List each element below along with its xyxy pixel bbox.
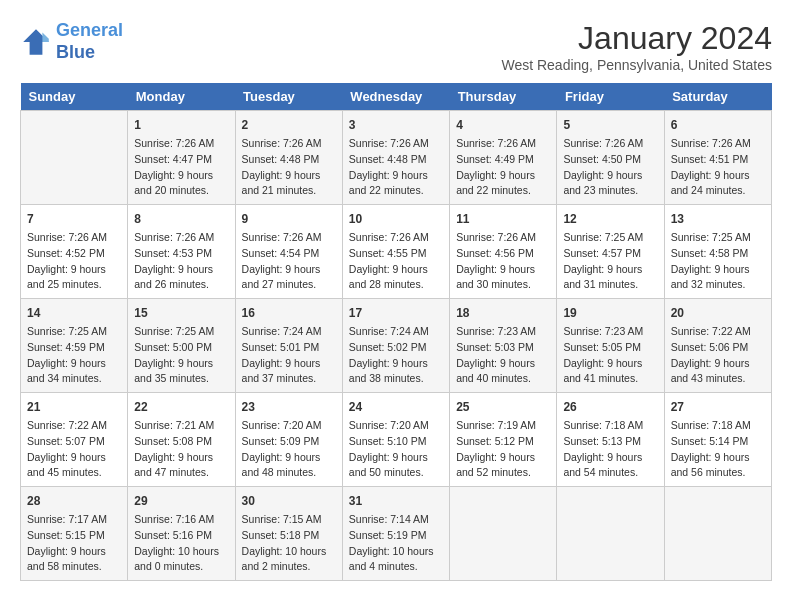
calendar-cell: 29Sunrise: 7:16 AM Sunset: 5:16 PM Dayli… [128, 487, 235, 581]
day-info: Sunrise: 7:20 AM Sunset: 5:10 PM Dayligh… [349, 418, 443, 481]
calendar-cell: 24Sunrise: 7:20 AM Sunset: 5:10 PM Dayli… [342, 393, 449, 487]
day-info: Sunrise: 7:26 AM Sunset: 4:49 PM Dayligh… [456, 136, 550, 199]
calendar-week-row: 28Sunrise: 7:17 AM Sunset: 5:15 PM Dayli… [21, 487, 772, 581]
day-info: Sunrise: 7:26 AM Sunset: 4:47 PM Dayligh… [134, 136, 228, 199]
calendar-cell: 19Sunrise: 7:23 AM Sunset: 5:05 PM Dayli… [557, 299, 664, 393]
page-subtitle: West Reading, Pennsylvania, United State… [501, 57, 772, 73]
header-day-sunday: Sunday [21, 83, 128, 111]
calendar-cell: 23Sunrise: 7:20 AM Sunset: 5:09 PM Dayli… [235, 393, 342, 487]
day-info: Sunrise: 7:19 AM Sunset: 5:12 PM Dayligh… [456, 418, 550, 481]
day-info: Sunrise: 7:25 AM Sunset: 4:58 PM Dayligh… [671, 230, 765, 293]
day-number: 21 [27, 398, 121, 416]
calendar-week-row: 1Sunrise: 7:26 AM Sunset: 4:47 PM Daylig… [21, 111, 772, 205]
day-number: 16 [242, 304, 336, 322]
day-number: 4 [456, 116, 550, 134]
calendar-table: SundayMondayTuesdayWednesdayThursdayFrid… [20, 83, 772, 581]
day-number: 22 [134, 398, 228, 416]
calendar-cell: 15Sunrise: 7:25 AM Sunset: 5:00 PM Dayli… [128, 299, 235, 393]
calendar-cell: 17Sunrise: 7:24 AM Sunset: 5:02 PM Dayli… [342, 299, 449, 393]
calendar-cell: 6Sunrise: 7:26 AM Sunset: 4:51 PM Daylig… [664, 111, 771, 205]
day-number: 10 [349, 210, 443, 228]
day-number: 19 [563, 304, 657, 322]
day-info: Sunrise: 7:18 AM Sunset: 5:13 PM Dayligh… [563, 418, 657, 481]
calendar-cell: 21Sunrise: 7:22 AM Sunset: 5:07 PM Dayli… [21, 393, 128, 487]
day-number: 12 [563, 210, 657, 228]
day-info: Sunrise: 7:26 AM Sunset: 4:55 PM Dayligh… [349, 230, 443, 293]
day-number: 7 [27, 210, 121, 228]
header-day-friday: Friday [557, 83, 664, 111]
day-number: 6 [671, 116, 765, 134]
calendar-cell [664, 487, 771, 581]
header-day-monday: Monday [128, 83, 235, 111]
day-info: Sunrise: 7:26 AM Sunset: 4:51 PM Dayligh… [671, 136, 765, 199]
calendar-cell: 26Sunrise: 7:18 AM Sunset: 5:13 PM Dayli… [557, 393, 664, 487]
day-number: 28 [27, 492, 121, 510]
day-number: 9 [242, 210, 336, 228]
day-info: Sunrise: 7:26 AM Sunset: 4:48 PM Dayligh… [349, 136, 443, 199]
day-info: Sunrise: 7:25 AM Sunset: 5:00 PM Dayligh… [134, 324, 228, 387]
calendar-cell [21, 111, 128, 205]
calendar-cell: 16Sunrise: 7:24 AM Sunset: 5:01 PM Dayli… [235, 299, 342, 393]
calendar-cell: 18Sunrise: 7:23 AM Sunset: 5:03 PM Dayli… [450, 299, 557, 393]
calendar-cell: 4Sunrise: 7:26 AM Sunset: 4:49 PM Daylig… [450, 111, 557, 205]
calendar-cell: 9Sunrise: 7:26 AM Sunset: 4:54 PM Daylig… [235, 205, 342, 299]
day-info: Sunrise: 7:26 AM Sunset: 4:54 PM Dayligh… [242, 230, 336, 293]
calendar-cell: 1Sunrise: 7:26 AM Sunset: 4:47 PM Daylig… [128, 111, 235, 205]
calendar-cell: 14Sunrise: 7:25 AM Sunset: 4:59 PM Dayli… [21, 299, 128, 393]
day-number: 29 [134, 492, 228, 510]
day-info: Sunrise: 7:14 AM Sunset: 5:19 PM Dayligh… [349, 512, 443, 575]
calendar-cell: 25Sunrise: 7:19 AM Sunset: 5:12 PM Dayli… [450, 393, 557, 487]
calendar-cell: 11Sunrise: 7:26 AM Sunset: 4:56 PM Dayli… [450, 205, 557, 299]
header-day-wednesday: Wednesday [342, 83, 449, 111]
calendar-cell [450, 487, 557, 581]
title-block: January 2024 West Reading, Pennsylvania,… [501, 20, 772, 73]
page-title: January 2024 [501, 20, 772, 57]
day-number: 31 [349, 492, 443, 510]
day-info: Sunrise: 7:21 AM Sunset: 5:08 PM Dayligh… [134, 418, 228, 481]
header-day-saturday: Saturday [664, 83, 771, 111]
day-number: 2 [242, 116, 336, 134]
day-number: 23 [242, 398, 336, 416]
day-number: 24 [349, 398, 443, 416]
calendar-cell: 5Sunrise: 7:26 AM Sunset: 4:50 PM Daylig… [557, 111, 664, 205]
day-info: Sunrise: 7:25 AM Sunset: 4:59 PM Dayligh… [27, 324, 121, 387]
day-info: Sunrise: 7:26 AM Sunset: 4:56 PM Dayligh… [456, 230, 550, 293]
logo-icon [20, 26, 52, 58]
day-number: 17 [349, 304, 443, 322]
day-info: Sunrise: 7:20 AM Sunset: 5:09 PM Dayligh… [242, 418, 336, 481]
logo: General Blue [20, 20, 123, 63]
day-number: 11 [456, 210, 550, 228]
header-day-tuesday: Tuesday [235, 83, 342, 111]
header-day-thursday: Thursday [450, 83, 557, 111]
page-header: General Blue January 2024 West Reading, … [20, 20, 772, 73]
logo-text: General Blue [56, 20, 123, 63]
day-number: 27 [671, 398, 765, 416]
day-number: 1 [134, 116, 228, 134]
day-info: Sunrise: 7:23 AM Sunset: 5:03 PM Dayligh… [456, 324, 550, 387]
calendar-cell: 30Sunrise: 7:15 AM Sunset: 5:18 PM Dayli… [235, 487, 342, 581]
day-number: 14 [27, 304, 121, 322]
day-number: 13 [671, 210, 765, 228]
calendar-week-row: 14Sunrise: 7:25 AM Sunset: 4:59 PM Dayli… [21, 299, 772, 393]
day-info: Sunrise: 7:22 AM Sunset: 5:07 PM Dayligh… [27, 418, 121, 481]
day-info: Sunrise: 7:26 AM Sunset: 4:48 PM Dayligh… [242, 136, 336, 199]
day-info: Sunrise: 7:17 AM Sunset: 5:15 PM Dayligh… [27, 512, 121, 575]
calendar-cell: 27Sunrise: 7:18 AM Sunset: 5:14 PM Dayli… [664, 393, 771, 487]
day-info: Sunrise: 7:24 AM Sunset: 5:01 PM Dayligh… [242, 324, 336, 387]
day-info: Sunrise: 7:22 AM Sunset: 5:06 PM Dayligh… [671, 324, 765, 387]
day-number: 8 [134, 210, 228, 228]
calendar-cell: 28Sunrise: 7:17 AM Sunset: 5:15 PM Dayli… [21, 487, 128, 581]
calendar-cell: 20Sunrise: 7:22 AM Sunset: 5:06 PM Dayli… [664, 299, 771, 393]
day-info: Sunrise: 7:26 AM Sunset: 4:50 PM Dayligh… [563, 136, 657, 199]
day-number: 18 [456, 304, 550, 322]
calendar-cell: 22Sunrise: 7:21 AM Sunset: 5:08 PM Dayli… [128, 393, 235, 487]
day-number: 3 [349, 116, 443, 134]
day-info: Sunrise: 7:25 AM Sunset: 4:57 PM Dayligh… [563, 230, 657, 293]
day-info: Sunrise: 7:23 AM Sunset: 5:05 PM Dayligh… [563, 324, 657, 387]
calendar-cell: 7Sunrise: 7:26 AM Sunset: 4:52 PM Daylig… [21, 205, 128, 299]
calendar-cell: 31Sunrise: 7:14 AM Sunset: 5:19 PM Dayli… [342, 487, 449, 581]
calendar-week-row: 21Sunrise: 7:22 AM Sunset: 5:07 PM Dayli… [21, 393, 772, 487]
day-number: 30 [242, 492, 336, 510]
calendar-cell: 2Sunrise: 7:26 AM Sunset: 4:48 PM Daylig… [235, 111, 342, 205]
day-info: Sunrise: 7:16 AM Sunset: 5:16 PM Dayligh… [134, 512, 228, 575]
